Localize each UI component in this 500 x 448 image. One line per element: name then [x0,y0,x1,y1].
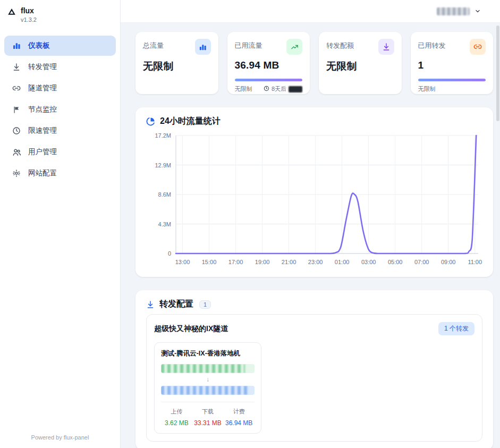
sidebar-footer: Powered by flux-panel [4,434,116,443]
sidebar-item-5[interactable]: 用户管理 [4,142,116,162]
svg-text:11:00: 11:00 [468,259,482,265]
sidebar-item-0[interactable]: 仪表板 [4,36,116,56]
sidebar-item-6[interactable]: 网站配置 [4,163,116,183]
download-icon [146,300,155,309]
forward-card-header: 转发配置 1 [146,299,482,310]
forward-rule-name: 测试-腾讯云-IX-香港落地机 [161,349,255,358]
svg-text:17:00: 17:00 [228,259,243,265]
forward-config-card: 转发配置 1 超级快又神秘的IX隧道 1 个转发 测试-腾讯云-IX-香港落地机… [135,290,493,448]
stat-card-3: 已用转发1无限制 [411,32,494,94]
forward-stat-0: 上传3.62 MB [161,408,192,427]
svg-text:15:00: 15:00 [202,259,217,265]
scrollbar [496,0,500,448]
svg-text:07:00: 07:00 [414,259,429,265]
forward-rule-card[interactable]: 测试-腾讯云-IX-香港落地机 ↓ 上传3.62 MB下载33.31 MB计费3… [154,342,261,434]
chart-card-header: 24小时流量统计 [146,116,482,127]
arrow-down-icon: ↓ [161,376,255,383]
app-name: flux [21,6,37,15]
tunnel-group-card: 超级快又神秘的IX隧道 1 个转发 测试-腾讯云-IX-香港落地机 ↓ 上传3.… [146,314,482,442]
masked-source-address [161,364,255,373]
logo: flux v1.3.2 [4,6,116,23]
svg-text:0: 0 [168,250,171,257]
stat-card-0: 总流量无限制 [135,32,218,94]
forward-rule-stats: 上传3.62 MB下载33.31 MB计费36.94 MB [161,402,255,427]
stat-label: 总流量 [143,39,164,50]
svg-text:03:00: 03:00 [361,259,376,265]
sidebar-item-label: 限速管理 [28,126,57,136]
sidebar-item-1[interactable]: 转发管理 [4,57,116,77]
sidebar: flux v1.3.2 仪表板转发管理隧道管理节点监控限速管理用户管理网站配置 … [0,0,121,448]
stat-label: 转发配额 [326,39,354,50]
users-icon [12,147,21,157]
forward-count-chip: 1 个转发 [438,322,474,335]
app-root: flux v1.3.2 仪表板转发管理隧道管理节点监控限速管理用户管理网站配置 … [0,0,500,448]
trend-up-icon [286,39,302,55]
forward-stat-value: 3.62 MB [161,419,192,427]
forward-stat-2: 计费36.94 MB [223,408,255,427]
stat-label: 已用转发 [418,39,446,50]
forward-section-title: 转发配置 [159,299,193,310]
dashboard-icon [12,41,21,50]
stat-value: 无限制 [326,60,394,73]
svg-text:8.6M: 8.6M [158,191,171,198]
stat-card-2: 转发配额无限制 [319,32,402,94]
clock-icon [12,126,21,136]
main-area: 总流量无限制已用流量36.94 MB无限制8天后转发配额无限制已用转发1无限制 … [121,0,500,448]
sidebar-nav: 仪表板转发管理隧道管理节点监控限速管理用户管理网站配置 [4,36,116,184]
traffic-line-chart: 04.3M8.6M12.9M17.2M13:0015:0017:0019:002… [146,131,482,268]
chart-title: 24小时流量统计 [160,116,221,127]
forward-stat-value: 33.31 MB [192,419,224,427]
stat-value: 无限制 [143,60,211,73]
flag-icon [12,105,21,114]
sidebar-item-3[interactable]: 节点监控 [4,99,116,120]
link-icon [12,83,21,93]
sidebar-item-label: 转发管理 [28,62,57,72]
forward-count-badge: 1 [199,300,211,309]
sidebar-item-label: 隧道管理 [28,83,57,93]
svg-text:09:00: 09:00 [441,259,456,265]
sidebar-item-4[interactable]: 限速管理 [4,121,116,141]
svg-text:21:00: 21:00 [282,259,296,265]
stats-row: 总流量无限制已用流量36.94 MB无限制8天后转发配额无限制已用转发1无限制 [135,32,493,94]
pie-chart-icon [146,117,155,126]
svg-text:19:00: 19:00 [255,259,270,265]
stat-label: 已用流量 [235,39,262,50]
user-menu[interactable] [437,7,481,15]
sidebar-item-label: 节点监控 [28,105,57,114]
forward-stat-label: 上传 [161,408,192,416]
forward-stat-value: 36.94 MB [223,419,255,427]
sidebar-item-2[interactable]: 隧道管理 [4,78,116,98]
stat-card-1: 已用流量36.94 MB无限制8天后 [227,32,310,94]
link-icon [470,39,486,55]
traffic-chart-card: 24小时流量统计 04.3M8.6M12.9M17.2M13:0015:0017… [135,107,493,277]
chevron-down-icon [474,8,481,14]
stat-sub-right: 8天后 [272,85,286,93]
dashboard-content: 总流量无限制已用流量36.94 MB无限制8天后转发配额无限制已用转发1无限制 … [121,23,500,448]
top-bar [121,0,500,23]
tunnel-group-header: 超级快又神秘的IX隧道 1 个转发 [154,322,474,335]
download-icon [12,62,21,72]
tunnel-group-title: 超级快又神秘的IX隧道 [154,324,228,334]
scrollbar-thumb[interactable] [496,26,499,121]
flux-logo-icon [7,7,16,16]
stat-sub-left: 无限制 [235,85,252,93]
forward-stat-label: 下载 [192,408,224,416]
sidebar-item-label: 仪表板 [28,41,50,50]
clock-small-icon [264,86,269,92]
download-icon [378,39,394,55]
usage-progress-bar [235,79,303,81]
sidebar-item-label: 网站配置 [28,168,57,178]
stat-sub-left: 无限制 [418,85,436,93]
stat-value: 36.94 MB [235,60,303,71]
chart-bars-icon [195,39,211,55]
usage-progress-bar [418,79,486,81]
svg-text:23:00: 23:00 [308,259,323,265]
svg-text:05:00: 05:00 [388,259,403,265]
stat-value: 1 [418,60,486,71]
masked-target-address [161,386,255,395]
gear-icon [12,168,21,178]
app-version: v1.3.2 [21,16,37,23]
sidebar-item-label: 用户管理 [28,147,57,157]
forward-stat-1: 下载33.31 MB [192,408,224,427]
svg-text:12.9M: 12.9M [155,162,171,168]
